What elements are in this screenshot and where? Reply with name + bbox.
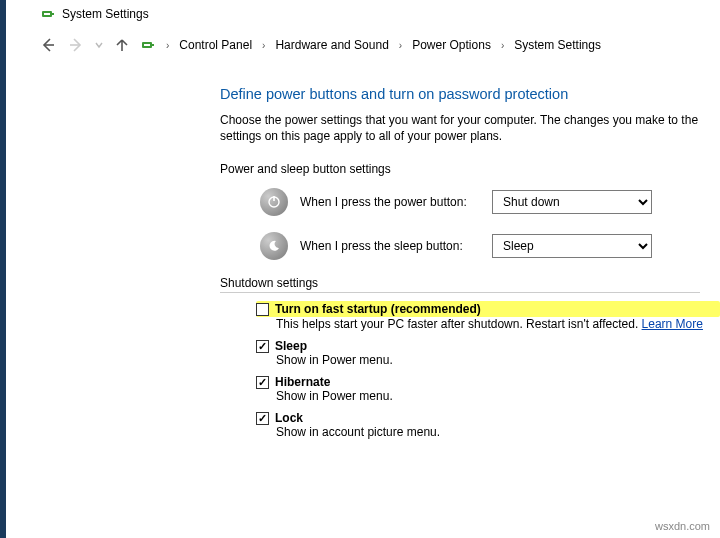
forward-button[interactable] <box>66 35 86 55</box>
content-area: Define power buttons and turn on passwor… <box>0 66 720 467</box>
chevron-right-icon: › <box>501 40 504 51</box>
power-options-icon <box>40 6 56 22</box>
sleep-button-select[interactable]: Sleep <box>492 234 652 258</box>
power-button-select[interactable]: Shut down <box>492 190 652 214</box>
sleep-button-label: When I press the sleep button: <box>300 239 480 253</box>
hibernate-title: Hibernate <box>275 375 330 389</box>
up-button[interactable] <box>112 35 132 55</box>
recent-dropdown[interactable] <box>94 35 104 55</box>
fast-startup-checkbox[interactable] <box>256 303 269 316</box>
crumb-control-panel[interactable]: Control Panel <box>179 38 252 52</box>
sleep-button-icon <box>260 232 288 260</box>
page-title: Define power buttons and turn on passwor… <box>220 86 720 102</box>
power-button-row: When I press the power button: Shut down <box>220 188 720 216</box>
hibernate-sub: Show in Power menu. <box>256 389 720 403</box>
window-title: System Settings <box>62 7 149 21</box>
sleep-button-row: When I press the sleep button: Sleep <box>220 232 720 260</box>
crumb-hardware-sound[interactable]: Hardware and Sound <box>275 38 388 52</box>
sleep-row: Sleep Show in Power menu. <box>220 339 720 367</box>
hibernate-checkbox[interactable] <box>256 376 269 389</box>
fast-startup-highlight: Turn on fast startup (recommended) <box>256 301 720 317</box>
chevron-right-icon: › <box>399 40 402 51</box>
power-sleep-header: Power and sleep button settings <box>220 162 720 176</box>
fast-startup-row: Turn on fast startup (recommended) This … <box>220 301 720 331</box>
sleep-title: Sleep <box>275 339 307 353</box>
svg-rect-4 <box>152 44 154 46</box>
back-button[interactable] <box>38 35 58 55</box>
lock-sub: Show in account picture menu. <box>256 425 720 439</box>
crumb-system-settings[interactable]: System Settings <box>514 38 601 52</box>
hibernate-row: Hibernate Show in Power menu. <box>220 375 720 403</box>
fast-startup-sub: This helps start your PC faster after sh… <box>256 317 720 331</box>
breadcrumb: › Control Panel › Hardware and Sound › P… <box>140 37 601 53</box>
lock-checkbox[interactable] <box>256 412 269 425</box>
chevron-right-icon: › <box>262 40 265 51</box>
titlebar: System Settings <box>0 0 720 28</box>
svg-rect-2 <box>44 13 50 15</box>
watermark: wsxdn.com <box>655 520 710 532</box>
crumb-power-options[interactable]: Power Options <box>412 38 491 52</box>
page-description: Choose the power settings that you want … <box>220 112 720 144</box>
window-edge <box>0 0 6 538</box>
chevron-right-icon: › <box>166 40 169 51</box>
lock-row: Lock Show in account picture menu. <box>220 411 720 439</box>
shutdown-settings-header: Shutdown settings <box>220 276 700 293</box>
power-options-icon <box>140 37 156 53</box>
fast-startup-title: Turn on fast startup (recommended) <box>275 302 481 316</box>
svg-rect-1 <box>52 13 54 15</box>
nav-row: › Control Panel › Hardware and Sound › P… <box>0 28 720 66</box>
learn-more-link[interactable]: Learn More <box>642 317 703 331</box>
lock-title: Lock <box>275 411 303 425</box>
sleep-checkbox[interactable] <box>256 340 269 353</box>
power-button-label: When I press the power button: <box>300 195 480 209</box>
sleep-sub: Show in Power menu. <box>256 353 720 367</box>
svg-rect-5 <box>144 44 150 46</box>
power-button-icon <box>260 188 288 216</box>
